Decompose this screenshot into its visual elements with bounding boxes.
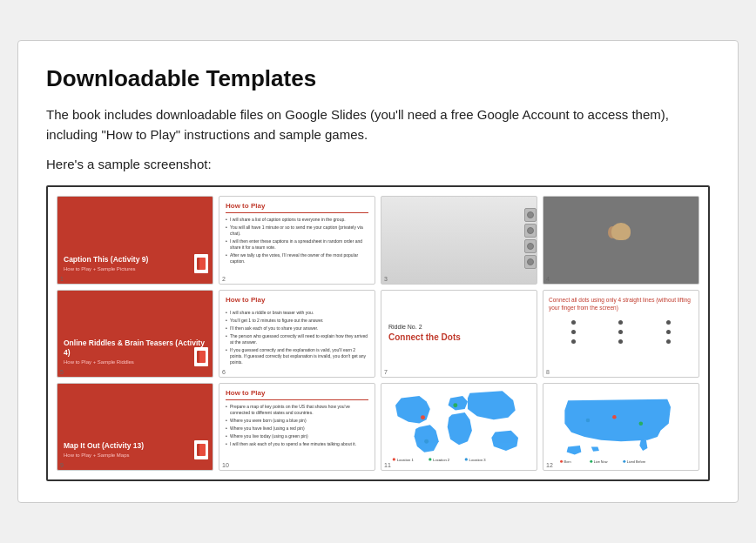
slide-4-num: 4 (546, 276, 550, 282)
slide-11-num: 11 (384, 462, 391, 468)
svg-point-11 (586, 419, 591, 423)
slide-2-bullet-3: I will then enter these captions in a sp… (226, 238, 368, 251)
slide-7: Riddle No. 2 Connect the Dots 7 (381, 290, 537, 378)
slide-10-bullet-1: Prepare a map of key points on the US th… (226, 404, 368, 416)
sample-label: Here's a sample screenshot: (46, 157, 710, 171)
slide-2-bullet-2: You will all have 1 minute or so to send… (226, 225, 368, 237)
svg-point-12 (560, 460, 563, 463)
dog-head (611, 223, 631, 240)
dot-2 (618, 320, 623, 325)
slide-3: 3 (381, 196, 537, 284)
slide-8-connect-title: Connect all dots using only 4 straight l… (549, 296, 693, 312)
washer-2 (524, 224, 537, 238)
slide-1-num: 1 (60, 276, 64, 282)
washer-3 (524, 239, 537, 253)
slide-5-title: Online Riddles & Brain Teasers (Activity… (64, 339, 206, 358)
slide-5-subtitle: How to Play + Sample Riddles (64, 359, 206, 365)
slide-10-num: 10 (222, 462, 229, 468)
slide-6-bullet-4: The person who guessed correctly will ne… (226, 333, 368, 345)
slide-2-bullet-1: I will share a list of caption options t… (226, 217, 368, 223)
book-icon-1 (194, 254, 208, 273)
dot-7 (571, 339, 576, 344)
slide-10-title: How to Play (226, 389, 368, 397)
slide-1-title: Caption This (Activity 9) (64, 255, 206, 265)
svg-point-7 (465, 458, 468, 460)
slide-7-riddle-no: Riddle No. 2 (388, 324, 422, 330)
slide-9-title: Map It Out (Activity 13) (64, 441, 206, 451)
description: The book includes downloadable files on … (46, 104, 710, 145)
slide-6-bullet-1: I will share a riddle or brain teaser wi… (226, 310, 368, 316)
svg-point-3 (393, 458, 395, 460)
slide-10-line (226, 399, 368, 400)
dot-3 (666, 320, 671, 325)
washer-1 (524, 208, 537, 222)
slide-6-bullet-5: If you guessed correctly and the explana… (226, 347, 368, 365)
slide-10-bullet-2: Where you were born (using a blue pin) (226, 418, 368, 424)
dog-shape (608, 223, 634, 258)
slide-2-title: How to Play (226, 202, 368, 210)
slide-2-line (226, 212, 368, 213)
slide-3-num: 3 (384, 276, 388, 282)
slide-11: Location 1 Location 2 Location 3 11 (381, 383, 537, 471)
slide-10-bullet-4: Where you live today (using a green pin) (226, 433, 368, 439)
slide-10: How to Play Prepare a map of key points … (219, 383, 375, 471)
dot-9 (666, 339, 671, 344)
slides-grid: Caption This (Activity 9) How to Play + … (57, 196, 699, 471)
slide-1: Caption This (Activity 9) How to Play + … (57, 196, 213, 284)
us-map-svg: Born Live Now Lived Before (547, 387, 695, 466)
svg-point-16 (623, 460, 625, 463)
slide-12-num: 12 (546, 462, 553, 468)
slide-6-bullet-3: I'll then ask each of you to share your … (226, 325, 368, 332)
svg-text:Location 3: Location 3 (469, 458, 487, 462)
svg-point-5 (429, 458, 431, 460)
slide-9: Map It Out (Activity 13) How to Play + S… (57, 383, 213, 471)
washer-4 (524, 255, 537, 269)
svg-point-1 (453, 403, 457, 407)
slide-12: Born Live Now Lived Before 12 (543, 383, 699, 471)
svg-text:Born: Born (564, 460, 571, 464)
svg-text:Lived Before: Lived Before (627, 460, 645, 464)
slide-8-num: 8 (546, 369, 550, 375)
slide-2-bullet-4: After we tally up the votes, I'll reveal… (226, 252, 368, 265)
dot-1 (571, 320, 576, 325)
world-map-svg: Location 1 Location 2 Location 3 (385, 387, 533, 466)
svg-point-9 (612, 415, 617, 419)
slide-9-num: 9 (60, 462, 64, 468)
screenshot-box: Caption This (Activity 9) How to Play + … (46, 185, 710, 481)
book-icon-5 (194, 347, 208, 366)
slide-1-subtitle: How to Play + Sample Pictures (64, 266, 206, 272)
main-card: Downloadable Templates The book includes… (17, 40, 739, 503)
slide-8: Connect all dots using only 4 straight l… (543, 290, 699, 378)
dot-6 (666, 330, 671, 334)
slide-5: Online Riddles & Brain Teasers (Activity… (57, 290, 213, 378)
svg-point-2 (424, 439, 429, 444)
dot-8 (618, 339, 623, 344)
book-icon-9 (194, 440, 208, 459)
slide-10-bullet-5: I will then ask each of you to spend a f… (226, 441, 368, 447)
slide-2: How to Play I will share a list of capti… (219, 196, 375, 284)
svg-point-0 (421, 415, 425, 419)
svg-text:Location 2: Location 2 (433, 458, 450, 462)
svg-point-14 (590, 460, 592, 463)
svg-text:Location 1: Location 1 (397, 458, 415, 462)
dot-5 (618, 330, 623, 334)
slide-7-num: 7 (384, 369, 388, 375)
slide-6-title: How to Play (226, 296, 368, 304)
slide-7-riddle-title: Connect the Dots (388, 332, 461, 343)
slide-2-num: 2 (222, 276, 226, 282)
slide-10-bullet-3: Where you have lived (using a red pin) (226, 426, 368, 432)
slide-6-bullet-2: You'll get 1 to 2 minutes to figure out … (226, 318, 368, 324)
slide-5-num: 5 (60, 369, 64, 375)
slide-4: 4 (543, 196, 699, 284)
slide-6-num: 6 (222, 369, 226, 375)
page-title: Downloadable Templates (46, 65, 710, 92)
svg-text:Live Now: Live Now (594, 460, 608, 464)
dot-4 (571, 330, 576, 334)
slide-6: How to Play I will share a riddle or bra… (219, 290, 375, 378)
dots-grid (549, 317, 693, 347)
svg-point-10 (639, 421, 644, 426)
slide-9-subtitle: How to Play + Sample Maps (64, 452, 206, 458)
